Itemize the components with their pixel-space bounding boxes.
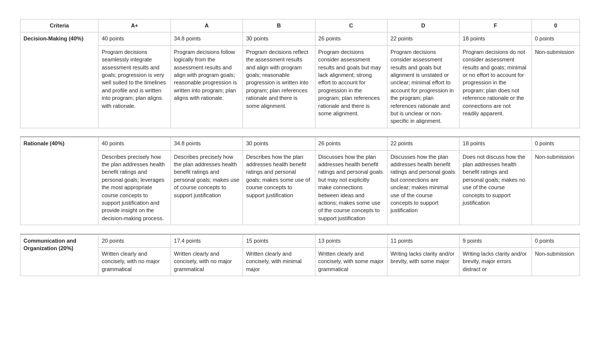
criteria-name: Communication and Organization (20%) [24,238,76,251]
points-cell: 13 points [315,234,387,248]
grade-points: 34.8 points [174,35,201,41]
desc-cell: Written clearly and concisely, with no m… [170,247,242,276]
col-header-b: B [243,19,315,32]
grade-points: 22 points [390,140,413,146]
col-header-a: A [170,19,242,32]
header-row: Criteria A+ A B C D F 0 [20,19,580,32]
grade-points: 17.4 points [174,238,201,244]
col-header-c: C [315,19,387,32]
grade-points: 40 points [102,35,124,41]
spacer-cell [20,128,580,137]
col-header-d: D [387,19,459,32]
points-cell: 0 points [532,234,580,248]
grade-points: 9 points [462,238,482,244]
grade-points: 0 points [535,140,554,146]
grade-points: 30 points [246,140,268,146]
grade-points: 30 points [246,35,268,41]
points-cell: 40 points [98,32,170,45]
points-cell: 0 points [532,137,580,150]
grade-points: 0 points [535,238,554,244]
points-cell: 18 points [460,137,532,150]
desc-cell: Program decisions reflect the assessment… [243,45,315,128]
criteria-cell: Rationale (40%) [20,137,98,225]
desc-cell: Program decisions consider assessment re… [315,45,387,128]
grade-points: 20 points [102,238,124,244]
col-header-aplus: A+ [98,19,170,32]
grade-points: 26 points [318,35,341,41]
spacer-cell [20,276,580,285]
desc-row: Program decisions seamlessly integrate a… [20,45,580,128]
criteria-cell: Communication and Organization (20%) [20,234,98,276]
grade-points: 11 points [390,238,413,244]
desc-row: Describes precisely how the plan address… [20,150,580,225]
criteria-name: Decision-Making (40%) [24,35,84,41]
points-cell: 34.8 points [170,32,242,45]
desc-cell: Discusses how the plan addresses health … [387,150,459,225]
desc-cell: Program decisions follow logically from … [170,45,242,128]
points-cell: 15 points [243,234,315,248]
grade-points: 13 points [318,238,341,244]
desc-cell: Program decisions consider assessment re… [387,45,459,128]
desc-cell: Does not discuss how the plan addresses … [460,150,532,225]
points-cell: 0 points [532,32,580,45]
grade-points: 22 points [390,35,413,41]
desc-cell: Written clearly and concisely, with mini… [243,247,315,276]
criteria-cell: Decision-Making (40%) [20,32,98,128]
grade-points: 34.8 points [174,140,201,146]
grade-points: 0 points [535,35,554,41]
criteria-row: Communication and Organization (20%)20 p… [20,234,580,248]
spacer-row [20,128,580,137]
points-cell: 22 points [387,32,459,45]
grade-points: 18 points [462,35,485,41]
desc-cell: Written clearly and concisely, with no m… [98,247,170,276]
desc-cell: Program decisions seamlessly integrate a… [98,45,170,128]
points-cell: 17.4 points [170,234,242,248]
rubric-table: Criteria A+ A B C D F 0 Decision-Making … [20,19,580,285]
points-cell: 20 points [98,234,170,248]
criteria-row: Decision-Making (40%)40 points34.8 point… [20,32,580,45]
desc-cell: Writing lacks clarity and/or brevity, ma… [460,247,532,276]
points-cell: 22 points [387,137,459,150]
spacer-cell [20,225,580,234]
grade-points: 15 points [246,238,268,244]
points-cell: 11 points [387,234,459,248]
spacer-row [20,225,580,234]
col-header-criteria: Criteria [20,19,98,32]
desc-cell: Describes precisely how the plan address… [170,150,242,225]
col-header-f: F [460,19,532,32]
desc-cell: Writing lacks clarity and/or brevity, wi… [387,247,459,276]
points-cell: 18 points [460,32,532,45]
desc-cell: Program decisions do not consider assess… [460,45,532,128]
desc-cell: Discusses how the plan addresses health … [315,150,387,225]
grade-points: 26 points [318,140,341,146]
points-cell: 26 points [315,137,387,150]
criteria-name: Rationale (40%) [24,140,64,146]
desc-cell: Written clearly and concisely, with some… [315,247,387,276]
col-header-zero: 0 [532,19,580,32]
spacer-row [20,276,580,285]
grade-points: 18 points [462,140,485,146]
desc-cell: Describes how the plan addresses health … [243,150,315,225]
points-cell: 30 points [243,32,315,45]
desc-cell: Non-submission [532,150,580,225]
criteria-row: Rationale (40%)40 points34.8 points30 po… [20,137,580,150]
points-cell: 26 points [315,32,387,45]
desc-cell: Non-submission [532,45,580,128]
points-cell: 40 points [98,137,170,150]
points-cell: 9 points [460,234,532,248]
desc-cell: Describes precisely how the plan address… [98,150,170,225]
points-cell: 30 points [243,137,315,150]
grade-points: 40 points [102,140,124,146]
desc-row: Written clearly and concisely, with no m… [20,247,580,276]
desc-cell: Non-submission [532,247,580,276]
points-cell: 34.8 points [170,137,242,150]
